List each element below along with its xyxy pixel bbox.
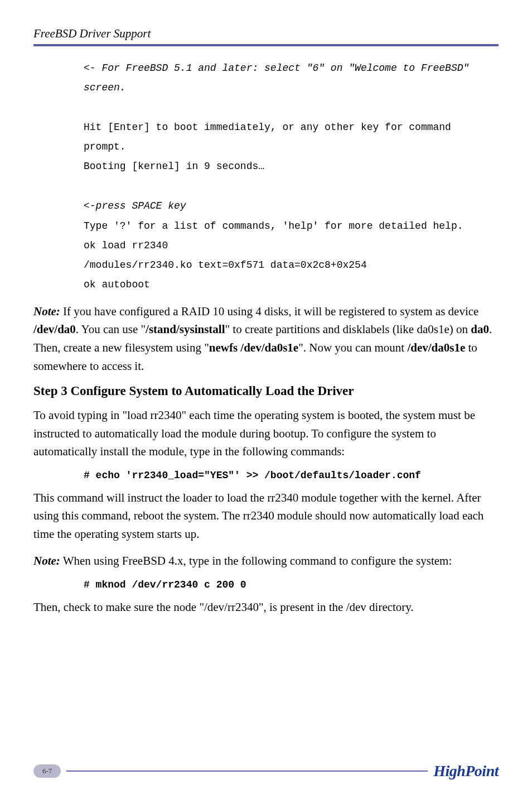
code-line-3: Booting [kernel] in 9 seconds… — [84, 157, 493, 176]
code-line-6: ok load rr2340 — [84, 236, 493, 256]
footer-divider — [66, 771, 428, 772]
note-2-label: Note: — [33, 554, 60, 567]
code-line-8: ok autoboot — [84, 275, 493, 295]
step-3-heading: Step 3 Configure System to Automatically… — [33, 384, 499, 398]
note-2-cmd: # mknod /dev/rr2340 c 200 0 — [33, 579, 499, 590]
note-1: Note: If you have configured a RAID 10 u… — [33, 302, 499, 375]
code-line-7: /modules/rr2340.ko text=0xf571 data=0x2c… — [84, 256, 493, 275]
step-3-para-2: This command will instruct the loader to… — [33, 489, 499, 543]
code-line-2: Hit [Enter] to boot immediately, or any … — [84, 118, 493, 157]
note-label: Note: — [33, 305, 60, 318]
code-block-1: <- For FreeBSD 5.1 and later: select "6"… — [33, 59, 499, 295]
highpoint-logo: HighPoint — [433, 762, 499, 780]
page-number-badge: 6-7 — [33, 764, 61, 778]
step-3-para-1: To avoid typing in "load rr2340" each ti… — [33, 406, 499, 461]
page-footer: 6-7 HighPoint — [33, 762, 499, 780]
code-line-5: Type '?' for a list of commands, 'help' … — [84, 216, 493, 236]
note-2: Note: When using FreeBSD 4.x, type in th… — [33, 552, 499, 570]
code-comment-1: <- For FreeBSD 5.1 and later: select "6"… — [84, 59, 493, 98]
header-divider — [33, 44, 499, 46]
page-header-title: FreeBSD Driver Support — [33, 27, 499, 41]
note-2-para: Then, check to make sure the node "/dev/… — [33, 598, 499, 617]
step-3-cmd-1: # echo 'rr2340_load="YES"' >> /boot/defa… — [33, 470, 499, 481]
code-comment-2: <-press SPACE key — [84, 196, 493, 216]
